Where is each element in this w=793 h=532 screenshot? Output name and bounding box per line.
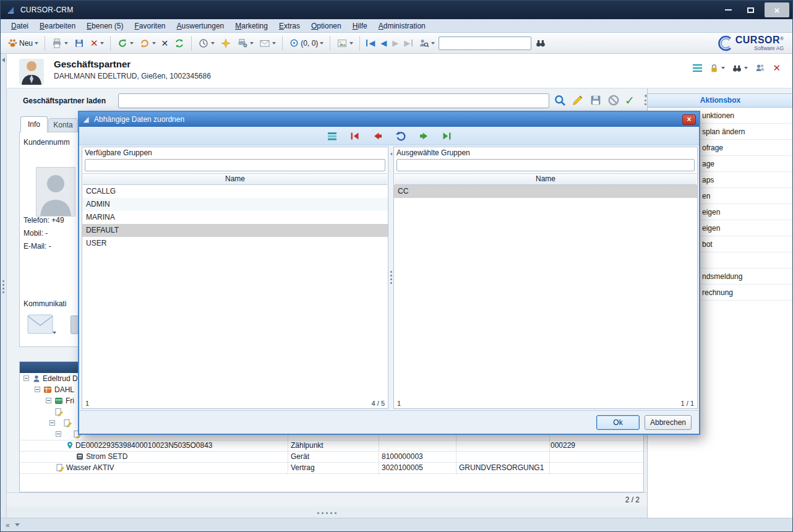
- search-icon[interactable]: [553, 93, 567, 107]
- group-row[interactable]: CCALLG: [82, 185, 388, 198]
- splitter-handle-icon[interactable]: [317, 512, 336, 514]
- person-search-button[interactable]: [416, 36, 437, 50]
- available-groups-filter-input[interactable]: [85, 159, 385, 171]
- menu-administration[interactable]: Administration: [373, 20, 431, 32]
- revert-button[interactable]: [115, 36, 135, 50]
- group-row-selected[interactable]: CC: [394, 185, 697, 198]
- menu-auswertungen[interactable]: Auswertungen: [171, 20, 230, 32]
- previous-record-button[interactable]: ◀: [379, 37, 388, 49]
- menu-ebenen[interactable]: Ebenen (5): [81, 20, 129, 32]
- lock-dropdown-icon[interactable]: [721, 67, 725, 69]
- save-disk-icon[interactable]: [589, 93, 602, 107]
- group-row-selected[interactable]: DEFAULT: [82, 224, 388, 237]
- collapse-toggle-icon[interactable]: [56, 431, 61, 437]
- tab-kontakt[interactable]: Konta: [48, 118, 78, 132]
- horizontal-splitter[interactable]: [7, 507, 647, 519]
- splitter-handle-icon[interactable]: [390, 271, 392, 284]
- contact-persons-icon[interactable]: [755, 62, 766, 74]
- minimize-button[interactable]: [717, 2, 739, 17]
- favorite-button[interactable]: [218, 36, 233, 50]
- collapse-left-arrow-icon[interactable]: [2, 58, 5, 62]
- search-in-record-dropdown-icon[interactable]: [744, 67, 748, 69]
- tree-row-geraet[interactable]: Strom SETD Gerät 8100000003: [20, 451, 643, 462]
- counter-dropdown-icon[interactable]: [320, 42, 324, 45]
- first-record-button[interactable]: ◀: [364, 37, 377, 49]
- splitter-arrow-icon[interactable]: [390, 152, 392, 155]
- group-row[interactable]: ADMIN: [82, 198, 388, 211]
- delete-button[interactable]: ✕: [88, 38, 106, 49]
- group-row[interactable]: USER: [82, 237, 388, 250]
- image-button[interactable]: [335, 36, 355, 50]
- redo-button[interactable]: [137, 36, 158, 50]
- last-record-button[interactable]: ▶: [402, 37, 414, 49]
- menu-favoriten[interactable]: Favoriten: [129, 20, 171, 32]
- move-right-button[interactable]: [416, 129, 431, 144]
- search-in-record-button[interactable]: [732, 63, 748, 74]
- image-dropdown-icon[interactable]: [349, 42, 353, 45]
- undo-button[interactable]: [393, 129, 408, 144]
- left-splitter-handle[interactable]: [1, 280, 6, 293]
- selection-counter-button[interactable]: (0, 0): [287, 36, 325, 49]
- find-button[interactable]: [533, 36, 548, 50]
- collapse-toggle-icon[interactable]: [35, 387, 40, 392]
- dialog-close-button[interactable]: ×: [682, 114, 696, 125]
- envelope-dropdown-icon[interactable]: [53, 332, 56, 334]
- move-all-right-button[interactable]: [439, 129, 454, 144]
- menu-hilfe[interactable]: Hilfe: [347, 20, 373, 32]
- close-button[interactable]: ×: [765, 2, 789, 17]
- tree-row-zaehlpunkt[interactable]: DE00022935398400010023N5035O0843 Zählpun…: [20, 440, 643, 451]
- new-dropdown-icon[interactable]: [35, 42, 38, 45]
- available-groups-label: Verfügbare Gruppen: [82, 147, 388, 158]
- column-header-name[interactable]: Name: [395, 173, 697, 185]
- menu-marketing[interactable]: Marketing: [229, 20, 273, 32]
- big-envelope-icon[interactable]: [27, 314, 53, 335]
- print-settings-button[interactable]: [235, 36, 255, 50]
- collapse-down-arrow-icon[interactable]: [15, 523, 20, 526]
- selected-groups-filter-input[interactable]: [396, 159, 695, 171]
- tree-row-vertrag[interactable]: Wasser AKTIV Vertrag 3020100005 GRUNDVER…: [20, 462, 643, 473]
- save-button[interactable]: [72, 36, 87, 50]
- discard-button[interactable]: ✕: [160, 38, 171, 49]
- refresh-button[interactable]: [172, 36, 187, 50]
- lock-button[interactable]: [709, 63, 725, 74]
- menu-datei[interactable]: Datei: [6, 20, 34, 32]
- delete-dropdown-icon[interactable]: [100, 42, 104, 45]
- toolbar-search-input[interactable]: [439, 36, 531, 50]
- print-dropdown-icon[interactable]: [64, 42, 68, 45]
- maximize-button[interactable]: [739, 2, 761, 17]
- new-record-button[interactable]: Neu: [6, 36, 40, 49]
- menu-extras[interactable]: Extras: [273, 20, 306, 32]
- ok-button[interactable]: Ok: [596, 415, 640, 430]
- collapse-toggle-icon[interactable]: [24, 375, 29, 381]
- move-left-button[interactable]: [371, 129, 385, 144]
- revert-dropdown-icon[interactable]: [130, 42, 134, 45]
- person-search-dropdown-icon[interactable]: [431, 42, 435, 45]
- edit-pencil-icon[interactable]: [571, 93, 585, 107]
- collapse-double-arrow-icon[interactable]: «: [6, 522, 10, 528]
- history-dropdown-icon[interactable]: [211, 42, 215, 45]
- cancel-button[interactable]: Abbrechen: [645, 415, 692, 430]
- column-header-name[interactable]: Name: [83, 173, 387, 185]
- collapse-toggle-icon[interactable]: [49, 420, 55, 426]
- print-settings-dropdown-icon[interactable]: [250, 42, 254, 45]
- mail-button[interactable]: [257, 36, 278, 50]
- mail-dropdown-icon[interactable]: [272, 42, 276, 45]
- move-all-left-button[interactable]: [348, 129, 362, 144]
- next-record-button[interactable]: ▶: [390, 37, 400, 49]
- cancel-slash-icon[interactable]: [607, 93, 620, 107]
- group-row[interactable]: MARINA: [82, 211, 388, 224]
- menu-optionen[interactable]: Optionen: [306, 20, 347, 32]
- load-partner-input[interactable]: [118, 93, 549, 108]
- close-record-icon[interactable]: ✕: [773, 64, 781, 72]
- redo-dropdown-icon[interactable]: [152, 42, 156, 45]
- menu-hamburger-icon[interactable]: [693, 64, 702, 72]
- left-collapse-strip[interactable]: [1, 54, 7, 518]
- history-button[interactable]: [196, 36, 216, 50]
- dialog-panel-splitter[interactable]: [388, 147, 393, 409]
- print-button[interactable]: [49, 36, 70, 50]
- menu-bearbeiten[interactable]: Bearbeiten: [34, 20, 81, 32]
- tab-info[interactable]: Info: [20, 116, 48, 132]
- show-columns-button[interactable]: [325, 129, 340, 144]
- confirm-check-icon[interactable]: ✓: [625, 93, 635, 107]
- collapse-toggle-icon[interactable]: [46, 398, 51, 403]
